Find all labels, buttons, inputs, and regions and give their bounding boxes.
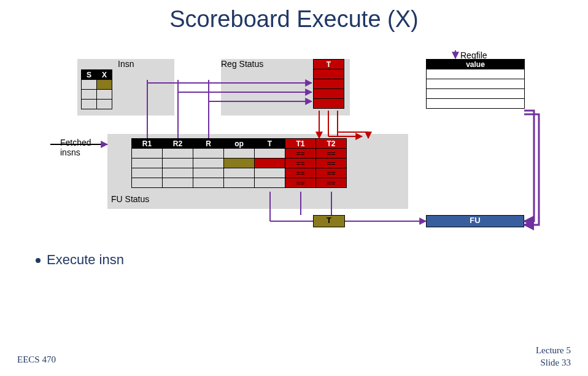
insn-table: SX <box>81 69 112 109</box>
fu-table: R1 R2 R op T T1 T2 ==== ==== ==== ==== <box>131 138 347 188</box>
footer-slide: Lecture 5 Slide 33 <box>536 345 571 369</box>
bullet-label: Execute insn <box>47 252 124 267</box>
regfile-table: value <box>426 59 525 109</box>
insn-label: Insn <box>118 59 134 69</box>
fu-col-r1: R1 <box>132 139 163 149</box>
fustatus-label: FU Status <box>111 194 149 204</box>
t-box: T <box>313 215 345 227</box>
slide-title: Scoreboard Execute (X) <box>0 6 588 33</box>
footer-course: EECS 470 <box>17 354 56 365</box>
fu-col-op: op <box>224 139 255 149</box>
footer-lecture: Lecture 5 <box>536 345 571 357</box>
insn-col-x: X <box>97 70 112 80</box>
bullet-execute: Execute insn <box>36 252 124 268</box>
regstatus-header: T <box>314 60 344 69</box>
fu-col-r2: R2 <box>163 139 193 149</box>
fu-box: FU <box>426 215 524 227</box>
fu-col-t1: T1 <box>285 139 316 149</box>
regfile-header: value <box>427 60 525 69</box>
regstatus-label: Reg Status <box>221 59 263 69</box>
bullet-icon <box>36 258 41 263</box>
fu-col-t2: T2 <box>316 139 347 149</box>
footer-slide-num: Slide 33 <box>536 357 571 369</box>
fu-col-r: R <box>193 139 224 149</box>
fu-col-t: T <box>255 139 285 149</box>
regstatus-table: T <box>313 59 344 109</box>
fetched-label: Fetched insns <box>60 138 91 157</box>
insn-col-s: S <box>82 70 97 80</box>
